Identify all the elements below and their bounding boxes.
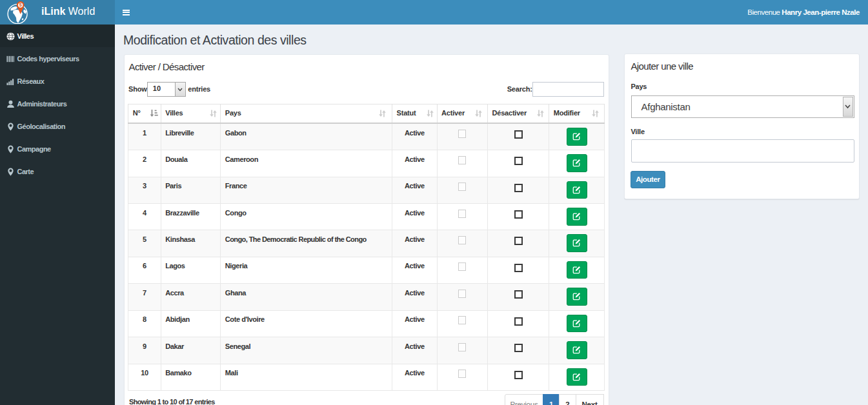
svg-text:S: S [19, 3, 23, 7]
